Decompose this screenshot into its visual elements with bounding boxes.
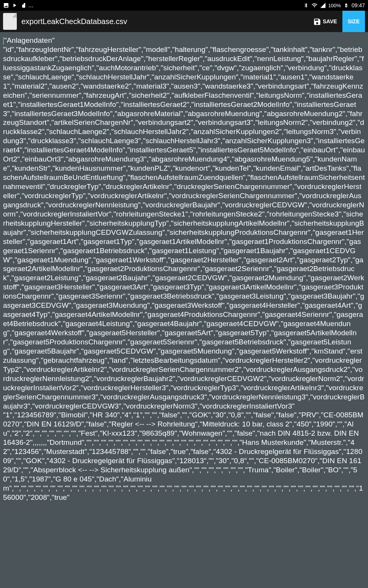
wifi-icon bbox=[311, 2, 318, 8]
csv-line-2: "id","fahrzeugIdentNr","fahrzeugHerstell… bbox=[3, 45, 365, 411]
battery-charging-icon bbox=[343, 2, 349, 8]
clock: 09:47 bbox=[352, 2, 365, 8]
status-bar: ... 100% 09:47 bbox=[0, 0, 368, 11]
bluetooth-icon bbox=[303, 2, 309, 8]
app-bar: exportLeakCheckDatabase.csv SAVE SIZE bbox=[0, 11, 368, 32]
more-notifications: ... bbox=[28, 2, 33, 9]
text-editor[interactable]: "Anlagendaten" "id","fahrzeugIdentNr","f… bbox=[0, 32, 368, 506]
save-label: SAVE bbox=[323, 18, 337, 24]
play-icon bbox=[11, 2, 18, 8]
file-title: exportLeakCheckDatabase.csv bbox=[21, 17, 127, 26]
size-label: SIZE bbox=[348, 18, 360, 24]
signal-icon bbox=[320, 2, 326, 8]
flipboard-icon bbox=[20, 2, 26, 8]
csv-line-1: "Anlagendaten" bbox=[4, 36, 55, 44]
save-icon bbox=[313, 18, 321, 25]
svg-rect-2 bbox=[22, 3, 24, 5]
csv-line-3: "1","123456789","Bimobil","HR 340","4","… bbox=[3, 410, 365, 502]
file-icon bbox=[3, 13, 17, 30]
battery-percent: 100% bbox=[328, 3, 341, 8]
svg-rect-1 bbox=[21, 3, 22, 8]
size-button[interactable]: SIZE bbox=[342, 11, 365, 32]
image-icon bbox=[3, 2, 9, 8]
text-cursor bbox=[3, 37, 4, 45]
save-button[interactable]: SAVE bbox=[308, 11, 342, 32]
